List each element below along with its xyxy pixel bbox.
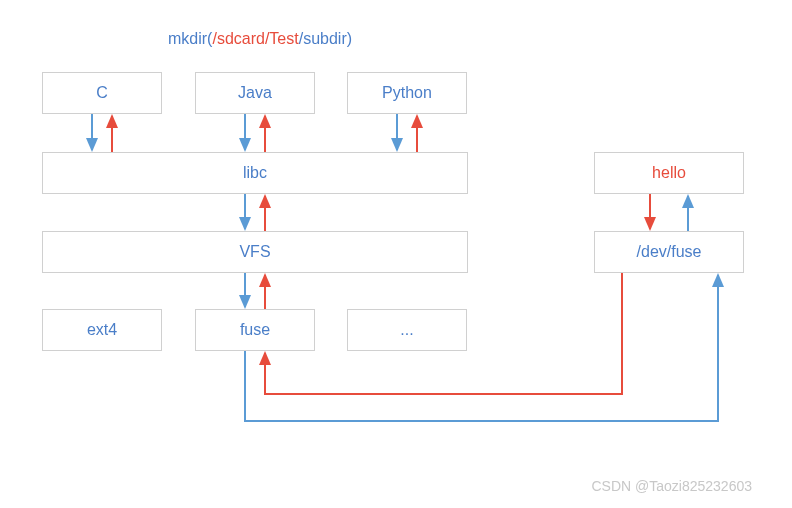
node-c-label: C xyxy=(96,84,108,102)
node-c: C xyxy=(42,72,162,114)
node-dots: ... xyxy=(347,309,467,351)
node-java: Java xyxy=(195,72,315,114)
node-vfs: VFS xyxy=(42,231,468,273)
watermark: CSDN @Taozi825232603 xyxy=(591,478,752,494)
node-java-label: Java xyxy=(238,84,272,102)
node-libc-label: libc xyxy=(243,164,267,182)
node-ext4-label: ext4 xyxy=(87,321,117,339)
node-fuse-label: fuse xyxy=(240,321,270,339)
node-python-label: Python xyxy=(382,84,432,102)
title-prefix: mkdir( xyxy=(168,30,212,47)
node-ext4: ext4 xyxy=(42,309,162,351)
node-vfs-label: VFS xyxy=(239,243,270,261)
node-fuse: fuse xyxy=(195,309,315,351)
diagram-title: mkdir(/sdcard/Test/subdir) xyxy=(168,30,352,48)
watermark-text: CSDN @Taozi825232603 xyxy=(591,478,752,494)
node-hello-label: hello xyxy=(652,164,686,182)
title-suffix: /subdir) xyxy=(299,30,352,47)
arrow-fuse-to-devfuse xyxy=(245,275,718,421)
node-dots-label: ... xyxy=(400,321,413,339)
node-libc: libc xyxy=(42,152,468,194)
node-python: Python xyxy=(347,72,467,114)
node-devfuse: /dev/fuse xyxy=(594,231,744,273)
title-path: /sdcard/Test xyxy=(212,30,298,47)
node-devfuse-label: /dev/fuse xyxy=(637,243,702,261)
node-hello: hello xyxy=(594,152,744,194)
